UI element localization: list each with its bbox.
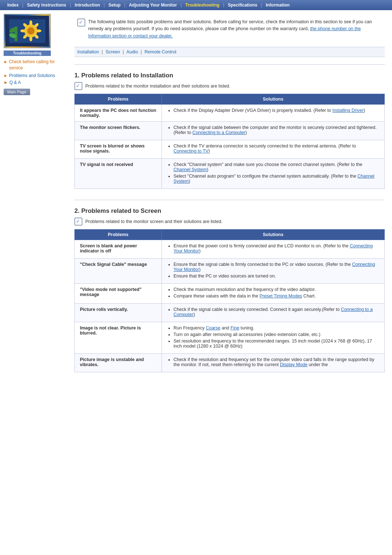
- section1-heading: 1. Problems related to Installation: [74, 72, 385, 79]
- fine-link[interactable]: Fine: [230, 325, 239, 331]
- problem-cell: Picture rolls vertically.: [75, 304, 162, 322]
- table-row: Picture image is unstable and vibrates. …: [75, 354, 385, 372]
- sidebar-qa: ► Q & A: [4, 80, 65, 85]
- top-nav: Index | Safety Instructions | Introducti…: [0, 0, 392, 10]
- problem-cell: "Video mode not supported" message: [75, 284, 162, 304]
- main-page-button[interactable]: Main Page: [4, 89, 30, 95]
- table-row: TV screen is blurred or shows noise sign…: [75, 140, 385, 159]
- col-header-problems-2: Problems: [75, 230, 162, 240]
- content-area: The following table lists possible probl…: [69, 10, 392, 390]
- solution-cell: Check the maximum resolution and the fre…: [162, 284, 385, 304]
- solution-cell: Check if the TV antenna connector is sec…: [162, 140, 385, 159]
- solution-cell: Check if the Display Adapter Driver (VGA…: [162, 105, 385, 122]
- problem-cell: TV signal is not received: [75, 159, 162, 189]
- nav-setup[interactable]: Setup: [105, 3, 124, 8]
- arrow-icon-2: ►: [4, 73, 8, 78]
- table-row: Image is not clear. Picture is blurred. …: [75, 322, 385, 354]
- sub-nav: Installation | Screen | Audio | Remote C…: [74, 47, 385, 57]
- problem-cell: The monitor screen flickers.: [75, 122, 162, 140]
- check-icon-3: [74, 218, 82, 226]
- preset-timing-link[interactable]: Preset Timing Modes: [260, 293, 302, 299]
- section2-subtitle: Problems related to the monitor screen a…: [74, 218, 385, 226]
- intro-text: The following table lists possible probl…: [88, 19, 382, 40]
- table-row: TV signal is not received Check "Channel…: [75, 159, 385, 189]
- sidebar-link-check[interactable]: ► Check before calling for service: [4, 59, 65, 71]
- sidebar-label: Troubleshooting: [4, 50, 51, 56]
- solution-cell: Ensure that the power cord is firmly con…: [162, 240, 385, 259]
- problem-cell: Picture image is unstable and vibrates.: [75, 354, 162, 372]
- problem-cell: "Check Signal Cable" message: [75, 259, 162, 284]
- table-row: Screen is blank and power indicator is o…: [75, 240, 385, 259]
- nav-safety[interactable]: Safety Instructions: [23, 3, 70, 8]
- problem-cell: Screen is blank and power indicator is o…: [75, 240, 162, 259]
- subnav-installation[interactable]: Installation: [77, 49, 99, 54]
- coarse-link[interactable]: Coarse: [206, 325, 220, 331]
- table-row: Picture rolls vertically. Check if the s…: [75, 304, 385, 322]
- col-header-problems-1: Problems: [75, 94, 162, 105]
- solution-cell: Run Frequency Coarse and Fine tuning. Tu…: [162, 322, 385, 354]
- problem-cell: TV screen is blurred or shows noise sign…: [75, 140, 162, 159]
- svg-point-6: [36, 29, 41, 32]
- connecting-computer-link[interactable]: Connecting to a Computer: [192, 130, 245, 135]
- col-header-solutions-2: Solutions: [162, 230, 385, 240]
- table-row: "Video mode not supported" message Check…: [75, 284, 385, 304]
- subnav-remote[interactable]: Remote Control: [144, 49, 176, 54]
- intro-box: The following table lists possible probl…: [74, 16, 385, 42]
- subnav-screen[interactable]: Screen: [106, 49, 120, 54]
- nav-troubleshooting[interactable]: Troubleshooting: [182, 3, 223, 8]
- divider-1: [74, 64, 385, 65]
- svg-point-8: [29, 36, 32, 41]
- check-icon-2: [74, 82, 82, 90]
- solution-cell: Check if the signal cable between the co…: [162, 122, 385, 140]
- connecting-monitor-link-1[interactable]: Connecting Your Monitor: [173, 243, 373, 254]
- channel-system-link-1[interactable]: Channel System: [173, 167, 207, 172]
- sidebar: Troubleshooting ► Check before calling f…: [0, 10, 69, 390]
- svg-point-4: [29, 20, 32, 25]
- nav-index[interactable]: Index: [4, 3, 22, 8]
- check-icon: [77, 19, 85, 27]
- sidebar-image: [4, 14, 51, 48]
- solution-cell: Check if the resolution and frequency se…: [162, 354, 385, 372]
- display-mode-link[interactable]: Display Mode: [280, 362, 307, 367]
- section1-table: Problems Solutions It appears the PC doe…: [74, 94, 385, 189]
- arrow-icon: ►: [4, 59, 8, 65]
- table-row: It appears the PC does not function norm…: [75, 105, 385, 122]
- solution-cell: Ensure that the signal cable is firmly c…: [162, 259, 385, 284]
- section2-table: Problems Solutions Screen is blank and p…: [74, 229, 385, 372]
- table-row: The monitor screen flickers. Check if th…: [75, 122, 385, 140]
- svg-point-3: [27, 27, 34, 35]
- connecting-computer-link-2[interactable]: Connecting to a Computer: [173, 307, 373, 317]
- main-layout: Troubleshooting ► Check before calling f…: [0, 10, 392, 390]
- channel-system-link-2[interactable]: Channel System: [173, 174, 374, 184]
- installing-driver-link[interactable]: Installing Driver: [332, 108, 364, 113]
- solution-cell: Check if the signal cable is securely co…: [162, 304, 385, 322]
- section1-subtitle: Problems related to the monitor installa…: [74, 82, 385, 90]
- problem-cell: Image is not clear. Picture is blurred.: [75, 322, 162, 354]
- table-row: "Check Signal Cable" message Ensure that…: [75, 259, 385, 284]
- problem-cell: It appears the PC does not function norm…: [75, 105, 162, 122]
- col-header-solutions-1: Solutions: [162, 94, 385, 105]
- nav-specifications[interactable]: Specifications: [224, 3, 261, 8]
- divider-2: [74, 200, 385, 200]
- arrow-icon-3: ►: [4, 80, 8, 85]
- subnav-audio[interactable]: Audio: [126, 49, 138, 54]
- svg-point-10: [20, 29, 25, 32]
- nav-introduction[interactable]: Introduction: [71, 3, 104, 8]
- solution-cell: Check "Channel system" and make sure you…: [162, 159, 385, 189]
- sidebar-link-problems[interactable]: ► Problems and Solutions: [4, 73, 65, 79]
- connecting-monitor-link-2[interactable]: Connecting Your Monitor: [173, 262, 375, 272]
- nav-information[interactable]: Information: [262, 3, 293, 8]
- nav-adjusting[interactable]: Adjusting Your Monitor: [125, 3, 180, 8]
- section2-heading: 2. Problems related to Screen: [74, 207, 385, 215]
- connecting-tv-link[interactable]: Connecting to TV: [173, 149, 208, 154]
